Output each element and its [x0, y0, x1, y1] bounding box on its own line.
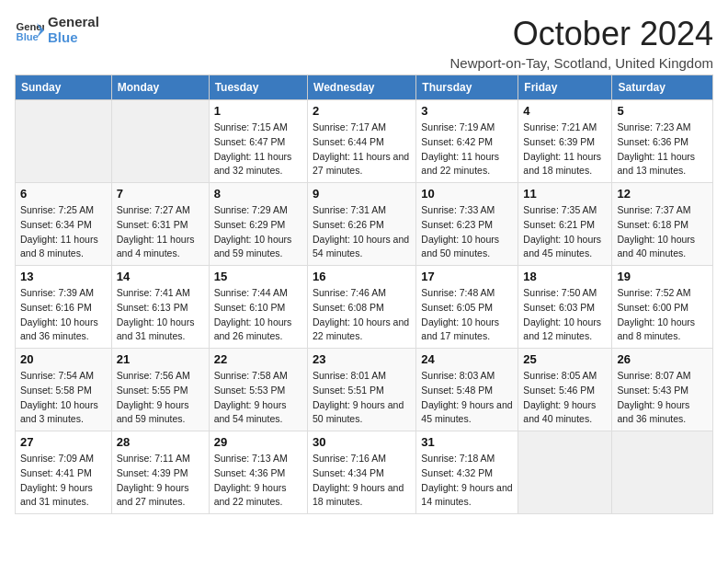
month-title: October 2024: [449, 15, 713, 53]
daylight-text: Daylight: 11 hours and 32 minutes.: [214, 150, 302, 179]
sunset-text: Sunset: 6:00 PM: [617, 301, 708, 316]
sunset-text: Sunset: 6:05 PM: [421, 301, 513, 316]
sunset-text: Sunset: 5:51 PM: [313, 384, 411, 398]
calendar-day-cell: 29Sunrise: 7:13 AMSunset: 4:36 PMDayligh…: [209, 431, 307, 514]
sunset-text: Sunset: 6:08 PM: [313, 301, 411, 316]
sunrise-text: Sunrise: 7:33 AM: [421, 203, 513, 218]
sunset-text: Sunset: 6:18 PM: [617, 218, 708, 233]
day-info: Sunrise: 7:50 AMSunset: 6:03 PMDaylight:…: [523, 286, 607, 344]
day-info: Sunrise: 7:35 AMSunset: 6:21 PMDaylight:…: [523, 203, 607, 261]
sunrise-text: Sunrise: 7:25 AM: [20, 203, 107, 218]
sunset-text: Sunset: 6:16 PM: [20, 301, 107, 316]
day-info: Sunrise: 7:39 AMSunset: 6:16 PMDaylight:…: [20, 286, 107, 344]
day-info: Sunrise: 7:16 AMSunset: 4:34 PMDaylight:…: [313, 452, 411, 510]
day-number: 23: [313, 352, 411, 366]
sunset-text: Sunset: 6:31 PM: [117, 218, 204, 233]
day-info: Sunrise: 7:58 AMSunset: 5:53 PMDaylight:…: [214, 369, 302, 427]
sunset-text: Sunset: 6:26 PM: [313, 218, 411, 233]
sunset-text: Sunset: 6:13 PM: [117, 301, 204, 316]
day-number: 27: [20, 435, 107, 449]
sunset-text: Sunset: 6:03 PM: [523, 301, 607, 316]
day-number: 7: [117, 187, 204, 201]
day-number: 20: [20, 352, 107, 366]
day-info: Sunrise: 7:23 AMSunset: 6:36 PMDaylight:…: [617, 121, 708, 178]
sunrise-text: Sunrise: 7:13 AM: [214, 452, 302, 466]
day-number: 5: [617, 104, 708, 118]
day-info: Sunrise: 7:46 AMSunset: 6:08 PMDaylight:…: [313, 286, 411, 344]
day-number: 18: [523, 270, 607, 283]
calendar-day-cell: 31Sunrise: 7:18 AMSunset: 4:32 PMDayligh…: [416, 431, 518, 514]
sunrise-text: Sunrise: 7:39 AM: [20, 286, 107, 301]
day-info: Sunrise: 7:15 AMSunset: 6:47 PMDaylight:…: [214, 121, 302, 178]
sunrise-text: Sunrise: 7:58 AM: [214, 369, 302, 384]
sunset-text: Sunset: 4:32 PM: [421, 466, 513, 481]
calendar-table: SundayMondayTuesdayWednesdayThursdayFrid…: [15, 75, 713, 514]
day-number: 26: [617, 352, 708, 366]
calendar-day-cell: 3Sunrise: 7:19 AMSunset: 6:42 PMDaylight…: [416, 100, 518, 183]
day-info: Sunrise: 7:29 AMSunset: 6:29 PMDaylight:…: [214, 203, 302, 261]
daylight-text: Daylight: 9 hours and 50 minutes.: [313, 398, 411, 428]
day-info: Sunrise: 7:52 AMSunset: 6:00 PMDaylight:…: [617, 286, 708, 344]
sunset-text: Sunset: 5:48 PM: [421, 384, 513, 398]
calendar-day-cell: 27Sunrise: 7:09 AMSunset: 4:41 PMDayligh…: [16, 431, 112, 514]
sunrise-text: Sunrise: 7:23 AM: [617, 121, 708, 135]
day-info: Sunrise: 8:03 AMSunset: 5:48 PMDaylight:…: [421, 369, 513, 427]
daylight-text: Daylight: 9 hours and 14 minutes.: [421, 481, 513, 511]
sunset-text: Sunset: 6:44 PM: [313, 135, 411, 150]
day-info: Sunrise: 7:54 AMSunset: 5:58 PMDaylight:…: [20, 369, 107, 427]
daylight-text: Daylight: 10 hours and 40 minutes.: [617, 233, 708, 262]
calendar-day-cell: 10Sunrise: 7:33 AMSunset: 6:23 PMDayligh…: [416, 183, 518, 266]
day-of-week-header: Saturday: [612, 75, 713, 100]
day-number: 4: [523, 104, 607, 118]
day-number: 11: [523, 187, 607, 201]
logo: General Blue General Blue: [15, 15, 99, 45]
sunset-text: Sunset: 5:53 PM: [214, 384, 302, 398]
day-number: 15: [214, 270, 302, 283]
sunrise-text: Sunrise: 7:35 AM: [523, 203, 607, 218]
logo-general: General: [48, 15, 99, 30]
day-number: 28: [117, 435, 204, 449]
sunset-text: Sunset: 6:36 PM: [617, 135, 708, 150]
calendar-day-cell: 25Sunrise: 8:05 AMSunset: 5:46 PMDayligh…: [518, 349, 612, 431]
day-info: Sunrise: 7:25 AMSunset: 6:34 PMDaylight:…: [20, 203, 107, 261]
daylight-text: Daylight: 11 hours and 18 minutes.: [523, 150, 607, 179]
sunrise-text: Sunrise: 7:18 AM: [421, 452, 513, 466]
day-number: 29: [214, 435, 302, 449]
calendar-day-cell: 15Sunrise: 7:44 AMSunset: 6:10 PMDayligh…: [209, 266, 307, 349]
sunset-text: Sunset: 5:43 PM: [617, 384, 708, 398]
calendar-day-cell: 7Sunrise: 7:27 AMSunset: 6:31 PMDaylight…: [111, 183, 209, 266]
sunrise-text: Sunrise: 7:52 AM: [617, 286, 708, 301]
daylight-text: Daylight: 9 hours and 22 minutes.: [214, 481, 302, 511]
sunrise-text: Sunrise: 7:16 AM: [313, 452, 411, 466]
day-info: Sunrise: 7:27 AMSunset: 6:31 PMDaylight:…: [117, 203, 204, 261]
day-number: 8: [214, 187, 302, 201]
sunset-text: Sunset: 6:39 PM: [523, 135, 607, 150]
calendar-day-cell: 12Sunrise: 7:37 AMSunset: 6:18 PMDayligh…: [612, 183, 713, 266]
location: Newport-on-Tay, Scotland, United Kingdom: [449, 55, 713, 71]
sunrise-text: Sunrise: 7:27 AM: [117, 203, 204, 218]
day-info: Sunrise: 7:56 AMSunset: 5:55 PMDaylight:…: [117, 369, 204, 427]
sunrise-text: Sunrise: 7:50 AM: [523, 286, 607, 301]
daylight-text: Daylight: 10 hours and 50 minutes.: [421, 233, 513, 262]
sunset-text: Sunset: 5:58 PM: [20, 384, 107, 398]
calendar-day-cell: 24Sunrise: 8:03 AMSunset: 5:48 PMDayligh…: [416, 349, 518, 431]
daylight-text: Daylight: 10 hours and 8 minutes.: [617, 316, 708, 345]
sunrise-text: Sunrise: 7:31 AM: [313, 203, 411, 218]
calendar-day-cell: [518, 431, 612, 514]
daylight-text: Daylight: 9 hours and 45 minutes.: [421, 398, 513, 428]
day-number: 2: [313, 104, 411, 118]
sunset-text: Sunset: 4:36 PM: [214, 466, 302, 481]
sunset-text: Sunset: 4:39 PM: [117, 466, 204, 481]
day-info: Sunrise: 7:48 AMSunset: 6:05 PMDaylight:…: [421, 286, 513, 344]
daylight-text: Daylight: 11 hours and 13 minutes.: [617, 150, 708, 179]
sunset-text: Sunset: 6:42 PM: [421, 135, 513, 150]
calendar-day-cell: 18Sunrise: 7:50 AMSunset: 6:03 PMDayligh…: [518, 266, 612, 349]
day-of-week-header: Tuesday: [209, 75, 307, 100]
day-info: Sunrise: 7:19 AMSunset: 6:42 PMDaylight:…: [421, 121, 513, 178]
logo-blue: Blue: [48, 30, 99, 46]
calendar-day-cell: 5Sunrise: 7:23 AMSunset: 6:36 PMDaylight…: [612, 100, 713, 183]
calendar-day-cell: 1Sunrise: 7:15 AMSunset: 6:47 PMDaylight…: [209, 100, 307, 183]
sunset-text: Sunset: 5:55 PM: [117, 384, 204, 398]
day-info: Sunrise: 8:07 AMSunset: 5:43 PMDaylight:…: [617, 369, 708, 427]
daylight-text: Daylight: 9 hours and 40 minutes.: [523, 398, 607, 428]
